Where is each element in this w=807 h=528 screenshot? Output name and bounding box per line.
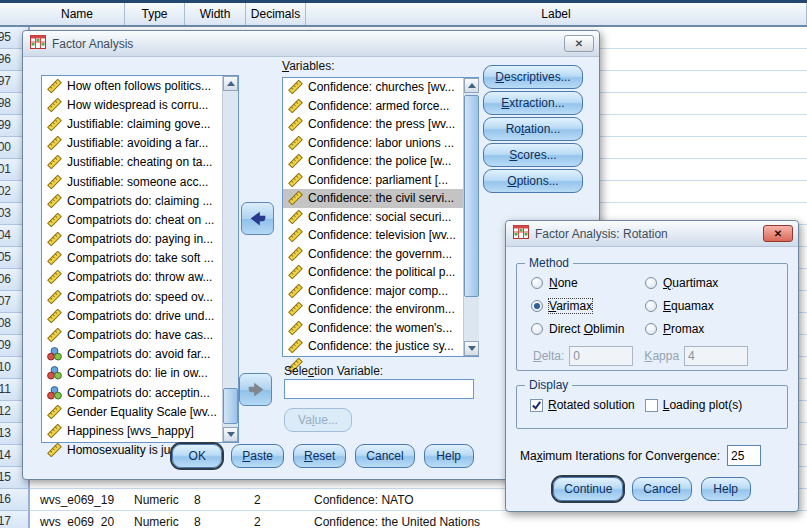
variable-item[interactable]: Compatriots do: paying in... [42, 230, 238, 249]
factor-side-buttons: Descriptives...Extraction...Rotation...S… [483, 65, 583, 193]
factor-dialog-titlebar[interactable]: Factor Analysis ✕ [23, 31, 599, 57]
row-number[interactable]: 116 [0, 489, 30, 511]
help-button[interactable]: Help [424, 444, 474, 468]
variable-item[interactable]: Confidence: the police [w... [283, 152, 478, 171]
variable-item[interactable]: How often follows politics... [42, 76, 238, 95]
variables-list[interactable]: Confidence: churches [wv... Confidence: … [282, 77, 479, 357]
variable-item[interactable]: Compatriots do: claiming ... [42, 191, 238, 210]
variable-item[interactable]: Justifiable: cheating on ta... [42, 153, 238, 172]
reset-button[interactable]: Reset [293, 444, 346, 468]
rotation-dialog-titlebar[interactable]: Factor Analysis: Rotation ✕ [506, 221, 798, 247]
scrollbar-thumb[interactable] [464, 95, 479, 297]
row-number[interactable]: 117 [0, 511, 30, 528]
extraction-button[interactable]: Extraction... [483, 91, 583, 115]
variable-item[interactable]: Confidence: churches [wv... [283, 78, 478, 97]
variable-item[interactable]: Compatriots do: lie in ow... [42, 364, 238, 383]
variable-item[interactable]: Compatriots do: throw aw... [42, 268, 238, 287]
radio-quartimax[interactable]: Quartimax [645, 276, 718, 290]
scroll-up-icon[interactable] [223, 76, 238, 91]
radio-label: Varimax [549, 299, 592, 313]
variable-item[interactable]: Confidence: labor unions ... [283, 134, 478, 153]
available-list-scrollbar[interactable] [222, 76, 238, 442]
close-icon[interactable]: ✕ [564, 35, 594, 52]
variable-item[interactable]: Compatriots do: acceptin... [42, 383, 238, 402]
scroll-up-icon[interactable] [464, 78, 479, 93]
variable-item[interactable]: Confidence: television [wv... [283, 226, 478, 245]
cell-decimals[interactable]: 2 [250, 489, 302, 511]
radio-varimax[interactable]: Varimax [531, 299, 641, 313]
variable-item[interactable]: Justifiable: claiming gove... [42, 114, 238, 133]
selection-variable-input[interactable] [284, 379, 474, 399]
variable-item[interactable]: Compatriots do: drive und... [42, 306, 238, 325]
cell-name[interactable]: wvs_e069_20 [36, 511, 122, 528]
variable-item[interactable]: Confidence: the environm... [283, 300, 478, 319]
help-button[interactable]: Help [701, 477, 751, 501]
variable-item[interactable]: Confidence: parliament [... [283, 171, 478, 190]
checkbox-loading-plot-s[interactable]: Loading plot(s) [645, 398, 742, 412]
column-header-width[interactable]: Width [185, 3, 246, 25]
cancel-button[interactable]: Cancel [632, 477, 691, 501]
descriptives-button[interactable]: Descriptives... [483, 65, 583, 89]
variable-item[interactable]: Confidence: the political p... [283, 263, 478, 282]
radio-icon [531, 300, 543, 312]
move-to-variables-button[interactable] [241, 202, 274, 235]
scale-variable-icon [47, 79, 62, 93]
cell-width[interactable]: 8 [190, 489, 242, 511]
variables-list-label: Variables: [282, 59, 334, 73]
radio-none[interactable]: None [531, 276, 641, 290]
cell-label[interactable]: Confidence: the United Nations [310, 511, 802, 528]
cell-name[interactable]: wvs_e069_19 [36, 489, 122, 511]
variable-item[interactable]: How widespread is corru... [42, 95, 238, 114]
scroll-down-icon[interactable] [464, 341, 479, 356]
variable-item-label: Compatriots do: avoid far... [67, 347, 210, 361]
scale-variable-icon [288, 302, 303, 316]
scores-button[interactable]: Scores... [483, 143, 583, 167]
column-header-label[interactable]: Label [306, 3, 807, 25]
radio-promax[interactable]: Promax [645, 322, 718, 336]
scroll-down-icon[interactable] [223, 427, 238, 442]
variable-item[interactable]: Compatriots do: have cas... [42, 325, 238, 344]
options-button[interactable]: Options... [483, 169, 583, 193]
available-variables-list[interactable]: How often follows politics... How widesp… [41, 75, 239, 443]
column-header-type[interactable]: Type [125, 3, 185, 25]
variable-item[interactable]: Confidence: the governm... [283, 245, 478, 264]
max-iterations-input[interactable] [727, 445, 761, 466]
variable-item[interactable]: Confidence: the civil servi... [283, 189, 478, 208]
kappa-input[interactable] [684, 346, 748, 366]
variable-item[interactable]: Justifiable: someone acc... [42, 172, 238, 191]
variable-item[interactable]: Gender Equality Scale [wv... [42, 402, 238, 421]
variable-item[interactable]: Confidence: the justice sy... [283, 337, 478, 356]
move-to-selection-button[interactable] [239, 373, 272, 406]
radio-equamax[interactable]: Equamax [645, 299, 718, 313]
variable-item[interactable]: Confidence: the press [wv... [283, 115, 478, 134]
value-button[interactable]: Value... [284, 408, 352, 432]
cell-type[interactable]: Numeric [130, 511, 182, 528]
variable-item[interactable]: Compatriots do: speed ov... [42, 287, 238, 306]
rotation-button[interactable]: Rotation... [483, 117, 583, 141]
paste-button[interactable]: Paste [231, 444, 284, 468]
delta-input[interactable] [569, 346, 633, 366]
continue-button[interactable]: Continue [553, 477, 623, 501]
variable-item[interactable]: Confidence: social securi... [283, 208, 478, 227]
variables-list-scrollbar[interactable] [463, 78, 479, 356]
cell-width[interactable]: 8 [190, 511, 242, 528]
variable-item[interactable]: Compatriots do: avoid far... [42, 345, 238, 364]
variable-item[interactable]: Compatriots do: cheat on ... [42, 210, 238, 229]
scrollbar-thumb[interactable] [223, 388, 238, 424]
variable-item[interactable]: Happiness [wvs_happy] [42, 421, 238, 440]
close-icon[interactable]: ✕ [763, 225, 793, 242]
radio-direct-oblimin[interactable]: Direct Oblimin [531, 322, 641, 336]
variable-item[interactable]: Confidence: armed force... [283, 97, 478, 116]
ok-button[interactable]: OK [172, 444, 222, 468]
checkbox-rotated-solution[interactable]: Rotated solution [530, 398, 635, 412]
variable-item[interactable]: Confidence: the women's... [283, 319, 478, 338]
column-header-decimals[interactable]: Decimals [246, 3, 306, 25]
column-header-name[interactable]: Name [30, 3, 125, 25]
variable-item-label: Confidence: the justice sy... [308, 339, 454, 353]
variable-item[interactable]: Confidence: major comp... [283, 282, 478, 301]
variable-item[interactable]: Compatriots do: take soft ... [42, 249, 238, 268]
cancel-button[interactable]: Cancel [355, 444, 414, 468]
cell-type[interactable]: Numeric [130, 489, 182, 511]
variable-item[interactable]: Justifiable: avoiding a far... [42, 134, 238, 153]
cell-decimals[interactable]: 2 [250, 511, 302, 528]
